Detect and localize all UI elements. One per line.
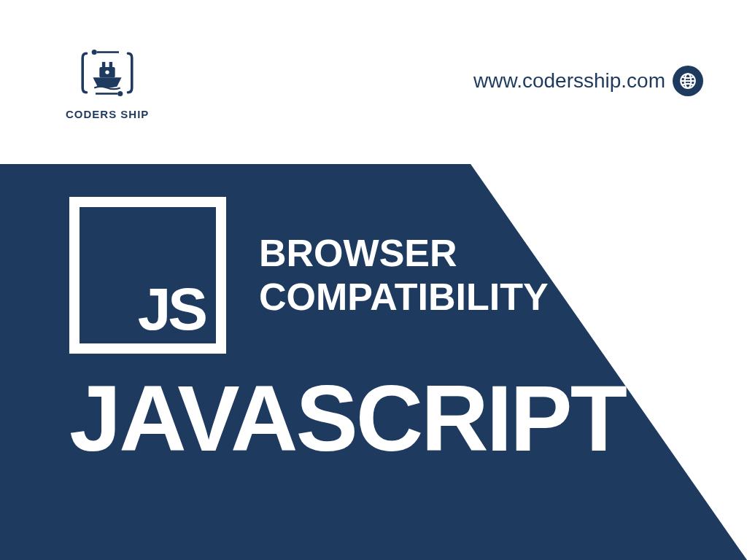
website-url: www.codersship.com <box>473 69 665 93</box>
subtitle-line-2: COMPATIBILITY <box>259 276 549 319</box>
url-container: www.codersship.com <box>473 66 703 96</box>
brand-name: CODERS SHIP <box>66 108 149 120</box>
brand-logo: CODERS SHIP <box>66 44 149 120</box>
svg-point-1 <box>117 91 123 96</box>
hero-content: JS BROWSER COMPATIBILITY JAVASCRIPT <box>0 164 747 465</box>
ship-logo-icon <box>74 44 140 102</box>
svg-point-0 <box>92 50 97 55</box>
js-badge-text: JS <box>138 284 205 335</box>
svg-point-7 <box>106 70 109 74</box>
main-title: JAVASCRIPT <box>69 372 747 465</box>
svg-rect-5 <box>102 62 105 69</box>
svg-rect-6 <box>109 62 112 69</box>
js-badge: JS <box>69 197 226 354</box>
globe-icon <box>673 66 703 96</box>
subtitle-line-1: BROWSER <box>259 232 549 276</box>
hero-top-row: JS BROWSER COMPATIBILITY <box>69 197 747 354</box>
header: CODERS SHIP www.codersship.com <box>0 0 747 164</box>
hero-banner: JS BROWSER COMPATIBILITY JAVASCRIPT <box>0 164 747 560</box>
subtitle-block: BROWSER COMPATIBILITY <box>259 232 549 319</box>
